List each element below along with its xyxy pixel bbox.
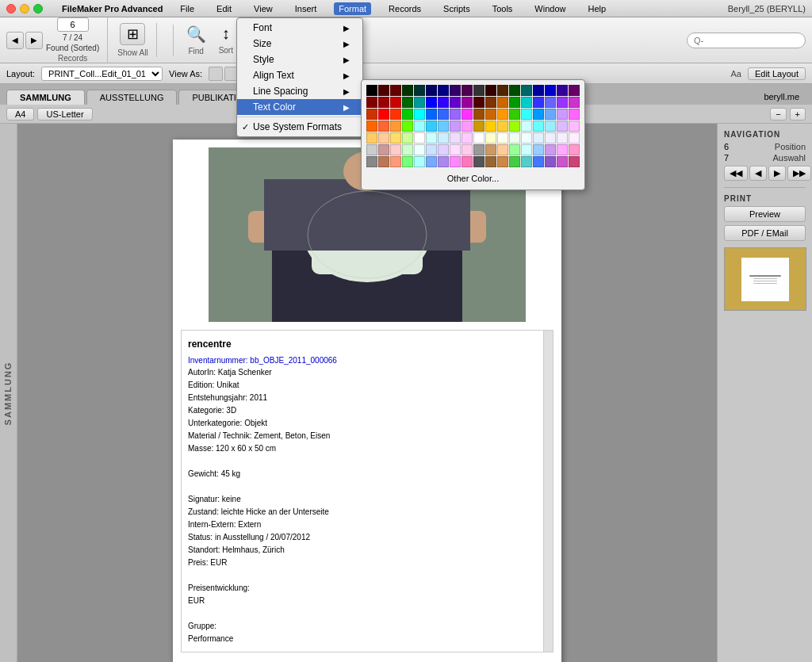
menu-item-align-text[interactable]: Align Text ▶ — [237, 67, 362, 83]
menu-insert[interactable]: Insert — [290, 2, 322, 15]
color-cell[interactable] — [545, 144, 556, 155]
minimize-button[interactable] — [20, 4, 29, 13]
find-icon[interactable]: 🔍 — [186, 25, 206, 44]
color-cell[interactable] — [438, 97, 449, 108]
color-cell[interactable] — [545, 97, 556, 108]
color-cell[interactable] — [462, 144, 473, 155]
color-cell[interactable] — [390, 109, 401, 120]
color-cell[interactable] — [485, 85, 496, 96]
color-cell[interactable] — [462, 121, 473, 132]
color-cell[interactable] — [485, 121, 496, 132]
color-cell[interactable] — [557, 85, 568, 96]
color-cell[interactable] — [545, 156, 556, 167]
color-cell[interactable] — [390, 144, 401, 155]
color-cell[interactable] — [485, 132, 496, 143]
color-cell[interactable] — [414, 121, 425, 132]
preview-print-button[interactable]: Preview — [724, 206, 806, 222]
maximize-button[interactable] — [33, 4, 43, 13]
color-cell[interactable] — [557, 156, 568, 167]
color-cell[interactable] — [521, 97, 532, 108]
color-cell[interactable] — [497, 132, 508, 143]
color-cell[interactable] — [366, 85, 377, 96]
color-cell[interactable] — [438, 85, 449, 96]
menu-item-use-system-formats[interactable]: Use System Formats — [237, 119, 362, 135]
color-cell[interactable] — [509, 97, 520, 108]
color-cell[interactable] — [521, 109, 532, 120]
color-cell[interactable] — [378, 121, 389, 132]
color-cell[interactable] — [473, 144, 485, 155]
color-cell[interactable] — [366, 121, 377, 132]
color-cell[interactable] — [569, 97, 580, 108]
color-cell[interactable] — [569, 85, 580, 96]
color-cell[interactable] — [366, 97, 377, 108]
color-cell[interactable] — [569, 121, 580, 132]
color-cell[interactable] — [473, 132, 485, 143]
color-cell[interactable] — [438, 144, 449, 155]
color-cell[interactable] — [485, 156, 496, 167]
menu-records[interactable]: Records — [384, 2, 426, 15]
color-cell[interactable] — [426, 132, 437, 143]
color-cell[interactable] — [509, 132, 520, 143]
color-cell[interactable] — [462, 132, 473, 143]
color-cell[interactable] — [462, 97, 473, 108]
menu-help[interactable]: Help — [583, 2, 611, 15]
color-cell[interactable] — [569, 132, 580, 143]
record-number-input[interactable] — [57, 17, 89, 32]
color-cell[interactable] — [426, 85, 437, 96]
color-cell[interactable] — [462, 156, 473, 167]
color-cell[interactable] — [509, 85, 520, 96]
edit-layout-button[interactable]: Edit Layout — [748, 67, 806, 80]
menu-window[interactable]: Window — [530, 2, 570, 15]
color-cell[interactable] — [497, 121, 508, 132]
show-all-icon[interactable]: ⊞ — [120, 23, 145, 45]
view-form-button[interactable] — [209, 67, 223, 81]
color-cell[interactable] — [426, 156, 437, 167]
color-cell[interactable] — [414, 109, 425, 120]
menu-item-style[interactable]: Style ▶ — [237, 52, 362, 67]
color-cell[interactable] — [402, 156, 413, 167]
color-cell[interactable] — [521, 144, 532, 155]
color-cell[interactable] — [378, 132, 389, 143]
color-cell[interactable] — [414, 156, 425, 167]
color-cell[interactable] — [390, 85, 401, 96]
color-cell[interactable] — [533, 144, 544, 155]
color-cell[interactable] — [533, 121, 544, 132]
color-cell[interactable] — [557, 97, 568, 108]
nav-back-button[interactable]: ◀ — [6, 32, 24, 49]
color-cell[interactable] — [509, 156, 520, 167]
color-cell[interactable] — [414, 97, 425, 108]
color-cell[interactable] — [557, 109, 568, 120]
color-cell[interactable] — [378, 109, 389, 120]
color-cell[interactable] — [414, 144, 425, 155]
color-cell[interactable] — [473, 109, 485, 120]
color-cell[interactable] — [533, 156, 544, 167]
menu-edit[interactable]: Edit — [212, 2, 236, 15]
color-cell[interactable] — [402, 144, 413, 155]
menu-scripts[interactable]: Scripts — [439, 2, 475, 15]
color-cell[interactable] — [438, 132, 449, 143]
tab-sammlung[interactable]: SAMMLUNG — [6, 90, 85, 105]
minus-button[interactable]: − — [770, 108, 786, 121]
color-cell[interactable] — [426, 109, 437, 120]
color-cell[interactable] — [366, 132, 377, 143]
color-cell[interactable] — [426, 144, 437, 155]
color-cell[interactable] — [509, 144, 520, 155]
other-color-button[interactable]: Other Color... — [366, 172, 580, 185]
menu-item-text-color[interactable]: Text Color ▶ — [237, 99, 362, 115]
color-cell[interactable] — [414, 132, 425, 143]
color-cell[interactable] — [521, 85, 532, 96]
nav-prev-button[interactable]: ◀ — [749, 166, 767, 181]
text-scrollbar[interactable] — [543, 331, 553, 652]
color-cell[interactable] — [533, 132, 544, 143]
color-cell[interactable] — [485, 109, 496, 120]
color-cell[interactable] — [473, 121, 485, 132]
color-cell[interactable] — [545, 132, 556, 143]
color-cell[interactable] — [414, 85, 425, 96]
color-cell[interactable] — [521, 156, 532, 167]
color-cell[interactable] — [366, 109, 377, 120]
color-cell[interactable] — [497, 97, 508, 108]
nav-first-button[interactable]: ◀◀ — [724, 166, 748, 181]
nav-next-button[interactable]: ▶ — [768, 166, 786, 181]
pdf-email-button[interactable]: PDF / EMail — [724, 225, 806, 241]
record-link[interactable]: Inventarnummer: bb_OBJE_2011_000066 — [188, 356, 337, 365]
